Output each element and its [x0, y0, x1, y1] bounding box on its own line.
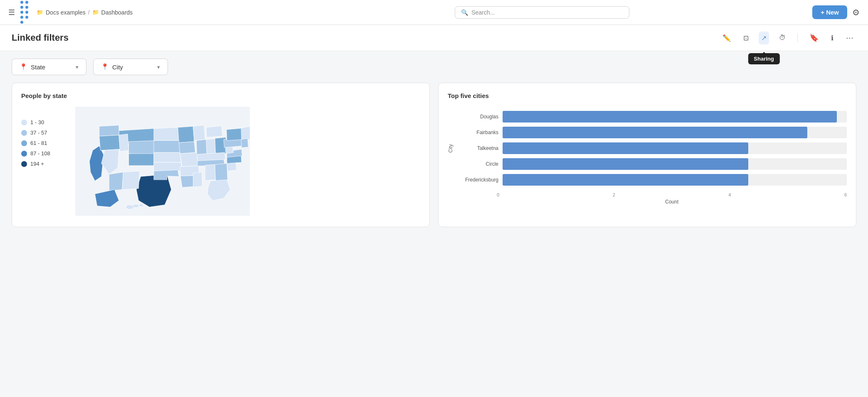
header-actions: ✏️ ⊡ ↗ Sharing ⏱ 🔖 ℹ ⋯	[720, 31, 856, 45]
state-filter-label: State	[31, 64, 72, 71]
city-filter-label: City	[112, 64, 154, 71]
legend-dot-2	[21, 140, 27, 146]
breadcrumb-separator: /	[88, 9, 90, 16]
more-icon[interactable]: ⋯	[843, 31, 856, 45]
settings-icon[interactable]: ⚙	[852, 7, 860, 17]
bar-row: Douglas	[457, 111, 847, 123]
bar-track-1	[503, 127, 847, 138]
legend-item: 87 - 108	[21, 150, 67, 157]
legend-item: 194 +	[21, 161, 67, 167]
bar-label-1: Fairbanks	[457, 130, 498, 135]
chart-card: Top five cities City Douglas Fairbanks T…	[438, 83, 856, 227]
bar-track-3	[503, 158, 847, 170]
page-title: Linked filters	[12, 32, 720, 43]
filter-bar: 📍 State ▾ 📍 City ▾	[0, 51, 868, 83]
page-header: Linked filters ✏️ ⊡ ↗ Sharing ⏱ 🔖 ℹ ⋯	[0, 25, 868, 51]
bar-row: Fairbanks	[457, 127, 847, 138]
search-box[interactable]: 🔍 Search...	[455, 6, 629, 19]
svg-point-1	[126, 205, 134, 209]
breadcrumb-docs[interactable]: Docs examples	[46, 9, 86, 16]
map-card: People by state 1 - 30 37 - 57 61 - 81 8…	[12, 83, 430, 227]
search-icon: 🔍	[461, 9, 468, 16]
top-nav: ☰ 📁 Docs examples / 📁 Dashboards 🔍 Searc…	[0, 0, 868, 25]
bars-container: Douglas Fairbanks Talkeetna Circle Frede…	[457, 107, 847, 190]
x-tick-0: 0	[497, 192, 499, 197]
bar-fill-0	[503, 111, 837, 123]
bar-label-3: Circle	[457, 161, 498, 167]
map-content: 1 - 30 37 - 57 61 - 81 87 - 108 194 +	[21, 107, 420, 218]
map-svg-wrapper	[75, 107, 420, 218]
bar-fill-4	[503, 174, 748, 186]
legend-item: 61 - 81	[21, 140, 67, 146]
bar-chart: City Douglas Fairbanks Talkeetna Circle …	[448, 107, 847, 190]
bar-fill-3	[503, 158, 748, 170]
legend-label-1: 37 - 57	[30, 130, 47, 136]
city-location-icon: 📍	[101, 63, 109, 71]
breadcrumb-dashboards[interactable]: Dashboards	[101, 9, 133, 16]
legend-dot-1	[21, 130, 27, 136]
us-map-svg	[75, 107, 250, 216]
map-legend: 1 - 30 37 - 57 61 - 81 87 - 108 194 +	[21, 119, 67, 167]
bar-label-4: Fredericksburg	[457, 177, 498, 183]
chart-area: City Douglas Fairbanks Talkeetna Circle …	[448, 107, 847, 205]
bar-row: Circle	[457, 158, 847, 170]
legend-label-4: 194 +	[30, 161, 44, 167]
map-card-title: People by state	[21, 92, 420, 99]
legend-dot-4	[21, 161, 27, 167]
x-axis-label: Count	[497, 199, 847, 205]
legend-label-0: 1 - 30	[30, 119, 44, 125]
breadcrumb: 📁 Docs examples / 📁 Dashboards	[37, 9, 133, 16]
bar-track-4	[503, 174, 847, 186]
legend-label-3: 87 - 108	[30, 150, 50, 157]
city-filter[interactable]: 📍 City ▾	[93, 59, 168, 75]
y-axis-label: City	[448, 144, 454, 153]
new-button[interactable]: + New	[812, 5, 847, 19]
share-icon[interactable]: ↗	[759, 32, 769, 44]
folder-icon-2: 📁	[92, 9, 99, 15]
legend-label-2: 61 - 81	[30, 140, 47, 146]
nav-center: 🔍 Search...	[279, 6, 806, 19]
app-logo	[20, 7, 32, 18]
svg-point-2	[133, 204, 139, 208]
bar-track-2	[503, 142, 847, 154]
bar-fill-1	[503, 127, 807, 138]
x-tick-3: 6	[844, 192, 847, 197]
state-filter[interactable]: 📍 State ▾	[12, 59, 86, 75]
chart-card-title: Top five cities	[448, 92, 847, 99]
state-chevron-icon: ▾	[76, 64, 79, 70]
bookmark-icon[interactable]: 🔖	[807, 31, 821, 45]
sharing-tooltip: Sharing	[748, 53, 779, 64]
legend-item: 37 - 57	[21, 130, 67, 136]
bar-track-0	[503, 111, 847, 123]
bar-row: Fredericksburg	[457, 174, 847, 186]
bar-row: Talkeetna	[457, 142, 847, 154]
bar-label-0: Douglas	[457, 114, 498, 120]
x-tick-2: 4	[728, 192, 731, 197]
legend-item: 1 - 30	[21, 119, 67, 125]
x-tick-1: 2	[613, 192, 615, 197]
city-chevron-icon: ▾	[157, 64, 160, 70]
edit-icon[interactable]: ✏️	[720, 32, 733, 44]
legend-dot-3	[21, 151, 27, 157]
x-axis: 0246	[497, 190, 847, 197]
info-icon[interactable]: ℹ	[829, 32, 836, 44]
bar-fill-2	[503, 142, 748, 154]
nav-right: + New ⚙	[812, 5, 860, 19]
folder-icon-1: 📁	[37, 9, 43, 15]
svg-point-3	[139, 204, 143, 207]
share-button-wrapper: ↗ Sharing	[759, 32, 769, 44]
main-content: People by state 1 - 30 37 - 57 61 - 81 8…	[0, 83, 868, 239]
history-icon[interactable]: ⏱	[777, 32, 788, 44]
embed-icon[interactable]: ⊡	[741, 32, 751, 44]
hamburger-icon[interactable]: ☰	[8, 8, 15, 17]
state-location-icon: 📍	[20, 63, 27, 71]
search-placeholder: Search...	[471, 9, 495, 16]
legend-dot-0	[21, 120, 27, 125]
bar-label-2: Talkeetna	[457, 145, 498, 151]
action-divider	[797, 33, 798, 42]
nav-left: ☰ 📁 Docs examples / 📁 Dashboards	[8, 7, 272, 18]
